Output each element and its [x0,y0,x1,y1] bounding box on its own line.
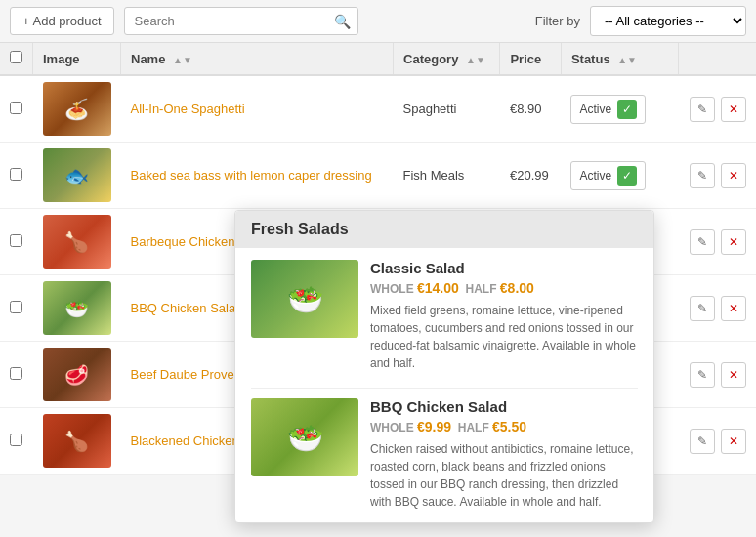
delete-button[interactable]: ✕ [721,163,746,188]
product-image: 🥩 [43,348,111,401]
product-category: Spaghetti [394,75,500,143]
popup-item: 🥗 Classic Salad WHOLE €14.00 HALF €8.00 … [251,260,638,372]
category-filter-select[interactable]: -- All categories --SpaghettiFish MealsS… [590,6,746,36]
delete-button[interactable]: ✕ [721,229,746,255]
popup-item: 🥗 BBQ Chicken Salad WHOLE €9.99 HALF €5.… [251,398,638,511]
filter-label: Filter by [535,14,580,28]
product-actions: ✎ ✕ [678,408,756,475]
popup-item-info: Classic Salad WHOLE €14.00 HALF €8.00 Mi… [370,260,638,372]
row-checkbox-6[interactable] [10,434,22,446]
product-image: 🍗 [43,215,111,268]
select-all-checkbox[interactable] [10,51,22,63]
name-sort-icon: ▲▼ [173,55,192,65]
search-wrapper: 🔍 [124,7,358,35]
header-price: Price [500,43,561,75]
product-actions: ✎ ✕ [678,143,756,209]
popup-whole-price: €14.00 [417,280,459,296]
status-check-icon: ✓ [617,166,637,186]
edit-button[interactable]: ✎ [690,97,715,122]
product-name-link[interactable]: Barbeque Chicken [131,234,235,249]
status-label: Active [579,103,611,116]
table-row: 🍝All-In-One SpaghettiSpaghetti€8.90 Acti… [0,75,756,143]
popup-item-price: WHOLE €9.99 HALF €5.50 [370,419,638,434]
header-checkbox [0,43,33,75]
edit-button[interactable]: ✎ [690,163,715,188]
product-status: Active ✓ [561,75,678,143]
row-checkbox-5[interactable] [10,367,22,380]
add-product-button[interactable]: + Add product [10,7,114,35]
popup-item-name: Classic Salad [370,260,638,276]
category-sort-icon: ▲▼ [466,55,485,65]
row-checkbox-3[interactable] [10,234,22,247]
product-name[interactable]: All-In-One Spaghetti [121,75,394,143]
status-label: Active [579,169,611,183]
header-status[interactable]: Status ▲▼ [561,43,678,75]
popup-item-description: Chicken raised without antibiotics, roma… [370,440,638,511]
product-image: 🍝 [43,82,111,136]
popup-half-price: €8.00 [500,280,534,296]
popup-item-info: BBQ Chicken Salad WHOLE €9.99 HALF €5.50… [370,398,638,511]
table-row: 🐟Baked sea bass with lemon caper dressin… [0,143,756,209]
popup-item-name: BBQ Chicken Salad [370,398,638,415]
product-name[interactable]: Baked sea bass with lemon caper dressing [121,143,394,209]
search-icon: 🔍 [334,14,351,29]
popup-body: 🥗 Classic Salad WHOLE €14.00 HALF €8.00 … [235,248,653,522]
edit-button[interactable]: ✎ [690,429,715,454]
product-name-link[interactable]: BBQ Chicken Salad [131,301,243,315]
status-check-icon: ✓ [617,100,637,119]
product-price: €8.90 [500,75,561,143]
delete-button[interactable]: ✕ [721,429,746,454]
popup-divider [251,388,638,389]
product-price: €20.99 [500,143,561,209]
status-badge[interactable]: Active ✓ [570,161,646,190]
search-input[interactable] [124,7,358,35]
header-category[interactable]: Category ▲▼ [394,43,500,75]
delete-button[interactable]: ✕ [721,362,746,388]
product-status: Active ✓ [561,143,678,209]
edit-button[interactable]: ✎ [690,362,715,388]
popup-item-price: WHOLE €14.00 HALF €8.00 [370,280,638,296]
edit-button[interactable]: ✎ [690,229,715,255]
product-name-link[interactable]: Baked sea bass with lemon caper dressing [131,168,372,183]
top-bar: + Add product 🔍 Filter by -- All categor… [0,0,756,43]
product-image: 🍗 [43,414,111,468]
edit-button[interactable]: ✎ [690,296,715,321]
product-category: Fish Meals [394,143,500,209]
product-actions: ✎ ✕ [678,275,756,342]
popup-item-image: 🥗 [251,260,358,338]
row-checkbox-1[interactable] [10,102,22,114]
product-actions: ✎ ✕ [678,342,756,408]
popup-half-price: €5.50 [492,419,526,434]
table-header-row: Image Name ▲▼ Category ▲▼ Price Status ▲… [0,43,756,75]
product-image: 🐟 [43,148,111,202]
delete-button[interactable]: ✕ [721,296,746,321]
product-name-link[interactable]: All-In-One Spaghetti [131,102,245,116]
popup-title: Fresh Salads [235,211,653,248]
row-checkbox-4[interactable] [10,301,22,313]
popup-item-description: Mixed field greens, romaine lettuce, vin… [370,302,638,372]
row-checkbox-2[interactable] [10,168,22,181]
product-actions: ✎ ✕ [678,75,756,143]
header-image: Image [33,43,121,75]
popup-item-image: 🥗 [251,398,358,476]
popup-whole-price: €9.99 [417,419,451,434]
product-actions: ✎ ✕ [678,209,756,275]
fresh-salads-popup: Fresh Salads 🥗 Classic Salad WHOLE €14.0… [234,210,654,523]
delete-button[interactable]: ✕ [721,97,746,122]
header-name[interactable]: Name ▲▼ [121,43,394,75]
status-badge[interactable]: Active ✓ [570,95,646,124]
status-sort-icon: ▲▼ [617,55,637,65]
product-image: 🥗 [43,281,111,335]
header-actions [678,43,756,75]
product-name-link[interactable]: Blackened Chicken [131,434,239,448]
